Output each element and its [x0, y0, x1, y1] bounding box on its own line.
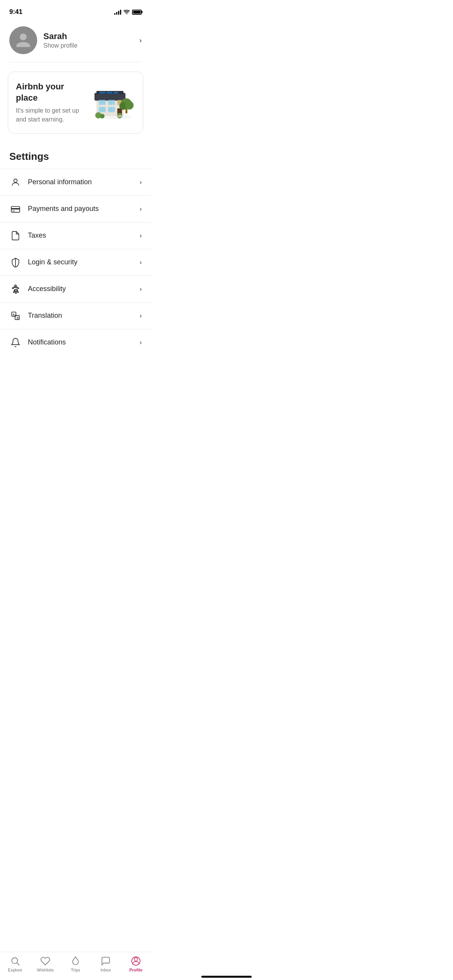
svg-rect-34: [12, 211, 14, 211]
login-security-chevron: ›: [140, 259, 142, 266]
translation-item[interactable]: A 文 Translation ›: [0, 302, 151, 329]
login-security-label: Login & security: [28, 258, 140, 266]
taxes-chevron: ›: [140, 232, 142, 239]
show-profile-label: Show profile: [43, 42, 139, 49]
status-bar: 9:41: [0, 0, 151, 19]
svg-point-25: [125, 101, 134, 110]
translation-chevron: ›: [140, 312, 142, 319]
payments-payouts-item[interactable]: Payments and payouts ›: [0, 195, 151, 222]
svg-point-0: [126, 14, 127, 14]
bell-icon: [9, 336, 22, 349]
person-icon: [9, 176, 22, 188]
personal-information-item[interactable]: Personal information ›: [0, 169, 151, 195]
signal-icon: [114, 9, 121, 15]
payment-icon: [9, 203, 22, 215]
wifi-icon: [124, 10, 130, 14]
profile-divider: [9, 62, 142, 62]
translation-icon: A 文: [9, 310, 22, 322]
accessibility-icon: [9, 283, 22, 295]
house-illustration: [89, 85, 135, 120]
airbnb-card-title: Airbnb your place: [16, 81, 84, 103]
avatar-icon: [15, 32, 32, 49]
avatar: [9, 26, 37, 54]
status-time: 9:41: [9, 8, 22, 16]
airbnb-your-place-card[interactable]: Airbnb your place It's simple to get set…: [8, 72, 143, 134]
svg-rect-32: [11, 206, 20, 212]
translation-label: Translation: [28, 312, 140, 320]
taxes-item[interactable]: Taxes ›: [0, 222, 151, 249]
personal-information-label: Personal information: [28, 178, 140, 186]
svg-rect-29: [117, 115, 123, 117]
payments-payouts-label: Payments and payouts: [28, 205, 140, 213]
settings-title: Settings: [0, 147, 151, 169]
accessibility-label: Accessibility: [28, 285, 140, 293]
svg-text:文: 文: [16, 316, 19, 319]
document-icon: [9, 230, 22, 242]
airbnb-card-text: Airbnb your place It's simple to get set…: [16, 81, 84, 124]
profile-name: Sarah: [43, 31, 139, 41]
battery-icon: [132, 10, 142, 15]
svg-rect-5: [100, 92, 105, 94]
airbnb-card-subtitle: It's simple to get set up and start earn…: [16, 106, 84, 124]
svg-rect-33: [11, 208, 20, 209]
profile-header[interactable]: Sarah Show profile ›: [0, 19, 151, 62]
profile-chevron-icon: ›: [139, 36, 142, 45]
svg-point-27: [100, 114, 105, 118]
notifications-chevron: ›: [140, 339, 142, 346]
svg-text:A: A: [12, 313, 15, 316]
notifications-item[interactable]: Notifications ›: [0, 329, 151, 356]
personal-information-chevron: ›: [140, 179, 142, 186]
svg-rect-30: [117, 117, 122, 117]
settings-section: Settings Personal information › Paym: [0, 143, 151, 356]
status-icons: [114, 9, 142, 15]
svg-point-31: [14, 179, 17, 182]
accessibility-item[interactable]: Accessibility ›: [0, 276, 151, 302]
profile-info: Sarah Show profile: [43, 31, 139, 49]
svg-rect-7: [113, 92, 118, 94]
taxes-label: Taxes: [28, 231, 140, 240]
accessibility-chevron: ›: [140, 286, 142, 293]
login-security-item[interactable]: Login & security ›: [0, 249, 151, 276]
payments-chevron: ›: [140, 206, 142, 212]
svg-rect-6: [106, 92, 112, 94]
notifications-label: Notifications: [28, 338, 140, 346]
shield-icon: [9, 256, 22, 269]
